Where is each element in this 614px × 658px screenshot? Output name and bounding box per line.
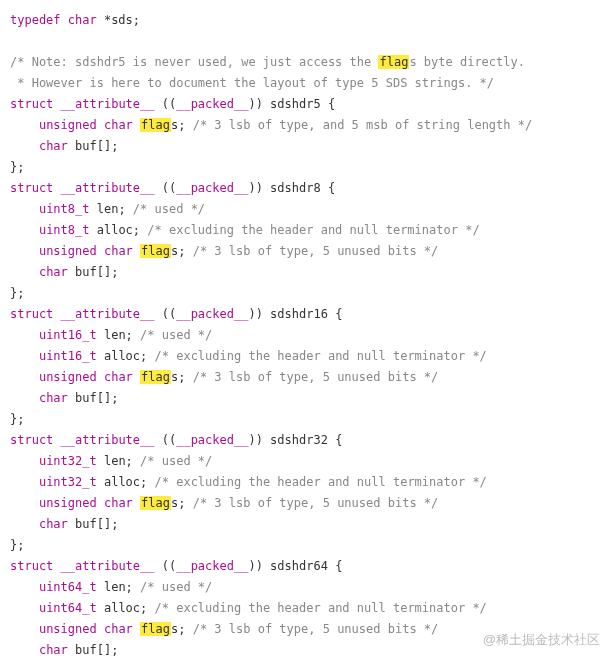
code-token: )) sdshdr8 { [248, 181, 335, 195]
code-token: /* excluding the header and null termina… [147, 223, 479, 237]
code-token: buf[]; [75, 643, 118, 657]
code-token: (( [155, 181, 177, 195]
code-token: )) sdshdr64 { [248, 559, 342, 573]
code-token: buf[]; [75, 391, 118, 405]
code-token: __packed__ [176, 97, 248, 111]
code-line: }; [10, 286, 24, 300]
code-token: }; [10, 160, 24, 174]
code-token: flag [140, 496, 171, 510]
code-token [10, 580, 39, 594]
code-token: flag [140, 118, 171, 132]
code-token: len; [104, 328, 140, 342]
code-line: char buf[]; [10, 139, 118, 153]
code-token [10, 328, 39, 342]
code-token: alloc; [104, 349, 155, 363]
code-token: buf[]; [75, 139, 118, 153]
code-token [10, 622, 39, 636]
code-token: struct [10, 433, 61, 447]
code-token: uint32_t [39, 454, 104, 468]
code-line: typedef char *sds; [10, 13, 140, 27]
code-token: /* used */ [140, 328, 212, 342]
code-token: struct [10, 307, 61, 321]
code-line: struct __attribute__ ((__packed__)) sdsh… [10, 97, 335, 111]
code-line: struct __attribute__ ((__packed__)) sdsh… [10, 307, 342, 321]
code-token: s; [171, 622, 193, 636]
code-token: uint32_t [39, 475, 104, 489]
code-token: /* 3 lsb of type, 5 unused bits */ [193, 244, 439, 258]
code-token [10, 601, 39, 615]
code-line: struct __attribute__ ((__packed__)) sdsh… [10, 559, 342, 573]
code-token: s byte directly. [409, 55, 525, 69]
code-token: uint16_t [39, 328, 104, 342]
code-token: /* excluding the header and null termina… [155, 475, 487, 489]
code-token: (( [155, 307, 177, 321]
code-line: uint32_t alloc; /* excluding the header … [10, 475, 487, 489]
code-token: flag [140, 622, 171, 636]
code-token: /* used */ [133, 202, 205, 216]
code-token: s; [171, 118, 193, 132]
code-line: uint8_t len; /* used */ [10, 202, 205, 216]
code-line: }; [10, 538, 24, 552]
code-token: __packed__ [176, 433, 248, 447]
code-token: )) sdshdr5 { [248, 97, 335, 111]
code-token: unsigned char [39, 244, 140, 258]
code-token: __packed__ [176, 307, 248, 321]
code-line: unsigned char flags; /* 3 lsb of type, 5… [10, 622, 438, 636]
code-token [10, 517, 39, 531]
code-token: char [39, 139, 75, 153]
code-line: uint64_t len; /* used */ [10, 580, 212, 594]
code-token [10, 223, 39, 237]
code-token: typedef char [10, 13, 104, 27]
code-token: __packed__ [176, 181, 248, 195]
code-line: uint8_t alloc; /* excluding the header a… [10, 223, 480, 237]
code-token: uint8_t [39, 202, 97, 216]
code-token: len; [104, 454, 140, 468]
code-token: }; [10, 538, 24, 552]
code-line: * However is here to document the layout… [10, 76, 494, 90]
code-token: s; [171, 496, 193, 510]
code-token: uint64_t [39, 580, 104, 594]
code-token: }; [10, 412, 24, 426]
code-token: s; [171, 370, 193, 384]
code-token: char [39, 265, 75, 279]
code-token: unsigned char [39, 370, 140, 384]
code-token: char [39, 517, 75, 531]
code-token: /* used */ [140, 580, 212, 594]
code-line: }; [10, 412, 24, 426]
code-token [10, 244, 39, 258]
code-line: unsigned char flags; /* 3 lsb of type, 5… [10, 370, 438, 384]
code-line: unsigned char flags; /* 3 lsb of type, 5… [10, 496, 438, 510]
code-token: unsigned char [39, 622, 140, 636]
code-line: }; [10, 160, 24, 174]
code-token: (( [155, 433, 177, 447]
code-token [10, 391, 39, 405]
code-token: char [39, 643, 75, 657]
code-token: len; [104, 580, 140, 594]
code-token: buf[]; [75, 265, 118, 279]
code-token: /* excluding the header and null termina… [155, 349, 487, 363]
code-line: uint32_t len; /* used */ [10, 454, 212, 468]
code-token: )) sdshdr32 { [248, 433, 342, 447]
code-token: __attribute__ [61, 97, 155, 111]
code-block: typedef char *sds; /* Note: sdshdr5 is n… [10, 10, 604, 658]
code-token: flag [140, 244, 171, 258]
code-token: /* 3 lsb of type, and 5 msb of string le… [193, 118, 533, 132]
code-token: (( [155, 97, 177, 111]
code-token [10, 496, 39, 510]
code-token [10, 454, 39, 468]
code-token: struct [10, 559, 61, 573]
code-line: char buf[]; [10, 643, 118, 657]
code-token: uint8_t [39, 223, 97, 237]
code-token: len; [97, 202, 133, 216]
code-token [10, 118, 39, 132]
code-token [10, 643, 39, 657]
code-token: *sds; [104, 13, 140, 27]
code-token: __attribute__ [61, 433, 155, 447]
code-token: /* used */ [140, 454, 212, 468]
code-line: char buf[]; [10, 391, 118, 405]
code-token: /* 3 lsb of type, 5 unused bits */ [193, 622, 439, 636]
code-token: }; [10, 286, 24, 300]
code-line: unsigned char flags; /* 3 lsb of type, a… [10, 118, 532, 132]
code-token: unsigned char [39, 118, 140, 132]
code-token: flag [140, 370, 171, 384]
